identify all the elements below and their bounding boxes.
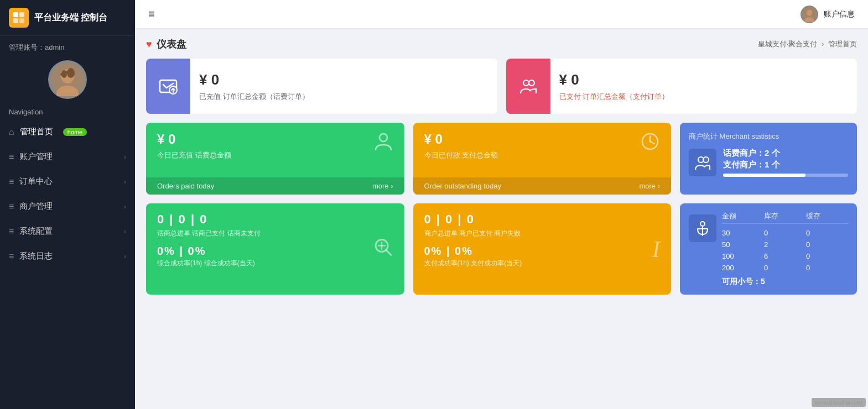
yellow-footer-more: more › (639, 182, 660, 190)
row1-cache: 0 (806, 240, 848, 249)
stat-card-paid-body: ¥ 0 已支付 订单汇总金额（支付订单） (550, 59, 678, 114)
card-yellow-payment: ¥ 0 今日已付款 支付总金额 Order outstanding today … (413, 123, 672, 195)
sidebar-item-order[interactable]: ≡ 订单中心 › (0, 169, 135, 194)
yellow-bottom-numbers: 0 | 0 | 0 (424, 212, 661, 227)
stat-card-recharge: ¥ 0 已充值 订单汇总金额（话费订单） (146, 59, 497, 114)
chevron-merchant: › (124, 203, 126, 211)
row3-amount: 200 (722, 264, 764, 272)
stat-card-paid-icon (506, 59, 550, 114)
nav-badge-home: home (63, 128, 87, 136)
anchor-icon (689, 214, 716, 242)
topbar-user-label: 账户信息 (824, 9, 855, 19)
stat-card-recharge-label: 已充值 订单汇总金额（话费订单） (199, 92, 309, 102)
svg-line-20 (650, 141, 654, 144)
row0-stock: 0 (764, 229, 806, 237)
yellow-amount: ¥ 0 (424, 132, 498, 147)
blue-stat2: 支付商户：1 个 (723, 160, 848, 170)
svg-point-16 (529, 80, 534, 86)
stat-card-paid-label: 已支付 订单汇总金额（支付订单） (559, 92, 669, 102)
row0-amount: 30 (722, 229, 764, 237)
green-bottom-labels: 话商总进单 话商已支付 话商未支付 (157, 229, 393, 238)
card-green-recharge: ¥ 0 今日已充值 话费总金额 Orders paid today more › (146, 123, 404, 195)
row3-stock: 0 (764, 264, 806, 272)
nav-section-label: Navigation (0, 102, 135, 119)
svg-point-27 (700, 222, 705, 226)
sidebar-header: 平台业务端 控制台 (0, 0, 135, 36)
page-header: ♥ 仪表盘 皇城支付·聚合支付 › 管理首页 (146, 38, 857, 51)
stat-card-recharge-icon (146, 59, 190, 114)
stat-card-recharge-amount: ¥ 0 (199, 71, 309, 88)
stat-card-paid-amount: ¥ 0 (559, 71, 669, 88)
topbar: ≡ 账户信息 (135, 0, 868, 29)
svg-rect-2 (13, 18, 18, 23)
chevron-sysconfig: › (124, 228, 126, 235)
card-yellow-footer[interactable]: Order outstanding today more › (413, 177, 672, 195)
card-blue-table: 金额 库存 缓存 30 0 0 50 2 0 100 (680, 203, 857, 295)
content-area: ♥ 仪表盘 皇城支付·聚合支付 › 管理首页 (135, 29, 868, 409)
table-row: 200 0 0 (722, 262, 848, 274)
row2-stock: 6 (764, 252, 806, 260)
breadcrumb: 皇城支付·聚合支付 › 管理首页 (758, 39, 857, 49)
bottom-row: 0 | 0 | 0 话商总进单 话商已支付 话商未支付 0% | 0% 综合成功… (146, 203, 857, 295)
watermark: www.tiaozhan.net (812, 398, 866, 407)
svg-rect-3 (19, 18, 24, 23)
sidebar-logo-icon (9, 8, 29, 28)
yellow-clock-icon (640, 132, 660, 156)
row0-cache: 0 (806, 229, 848, 237)
topbar-avatar (801, 6, 818, 23)
list-icon-order: ≡ (9, 177, 14, 187)
sidebar-item-account[interactable]: ≡ 账户管理 › (0, 144, 135, 169)
green-person-icon (373, 132, 393, 156)
svg-point-17 (380, 134, 387, 141)
sidebar-avatar (0, 55, 135, 102)
breadcrumb-item2: 管理首页 (828, 40, 857, 48)
sidebar-item-sysconfig[interactable]: ≡ 系统配置 › (0, 219, 135, 244)
breadcrumb-item1: 皇城支付·聚合支付 (758, 40, 818, 48)
sidebar: 平台业务端 控制台 管理账号：admin Navigation ⌂ 管理首页 h… (0, 0, 135, 409)
blue-progress-bar-container (723, 174, 848, 177)
sidebar-item-home[interactable]: ⌂ 管理首页 home (0, 119, 135, 144)
nav-label-order: 订单中心 (19, 176, 53, 187)
green-footer-more: more › (372, 182, 393, 190)
col-amount: 金额 (722, 211, 764, 221)
card-green-footer[interactable]: Orders paid today more › (146, 177, 404, 195)
dashboard-heart-icon: ♥ (146, 39, 152, 50)
sidebar-title: 平台业务端 控制台 (34, 12, 107, 23)
col-cache: 缓存 (806, 211, 848, 221)
green-bottom-numbers: 0 | 0 | 0 (157, 212, 393, 227)
card-blue-merchant: 商户统计 Merchant statistics 话费商户：2 个 支付商户：1… (680, 123, 857, 195)
card-yellow-body: ¥ 0 今日已付款 支付总金额 (413, 123, 672, 177)
chevron-account: › (124, 153, 126, 161)
menu-toggle-icon[interactable]: ≡ (148, 8, 155, 20)
row1-amount: 50 (722, 240, 764, 249)
yellow-bottom-percent-labels: 支付成功率(1h) 支付成功率(当天) (424, 259, 661, 268)
table-row: 50 2 0 (722, 239, 848, 250)
yellow-bottom-italic-icon: I (652, 236, 660, 263)
middle-row: ¥ 0 今日已充值 话费总金额 Orders paid today more › (146, 123, 857, 195)
green-amount: ¥ 0 (157, 132, 231, 147)
card-yellow-bottom: 0 | 0 | 0 商户总进单 商户已支付 商户失败 0% | 0% 支付成功率… (413, 203, 672, 295)
yellow-bottom-labels: 商户总进单 商户已支付 商户失败 (424, 229, 661, 238)
nav-label-account: 账户管理 (19, 151, 53, 162)
stat-card-recharge-body: ¥ 0 已充值 订单汇总金额（话费订单） (190, 59, 318, 114)
avatar-image (48, 60, 87, 99)
blue-merchant-header: 商户统计 Merchant statistics (689, 132, 848, 141)
row2-cache: 0 (806, 252, 848, 260)
sidebar-item-merchant[interactable]: ≡ 商户管理 › (0, 194, 135, 219)
breadcrumb-sep: › (822, 40, 824, 48)
green-bottom-percent-labels: 综合成功率(1h) 综合成功率(当天) (157, 259, 393, 268)
svg-rect-0 (13, 12, 18, 17)
green-footer-text: Orders paid today (157, 182, 214, 190)
row3-cache: 0 (806, 264, 848, 272)
green-bottom-percents: 0% | 0% (157, 245, 393, 258)
topbar-user[interactable]: 账户信息 (801, 6, 855, 23)
chevron-order: › (124, 178, 126, 186)
blue-merchant-row: 话费商户：2 个 支付商户：1 个 (689, 148, 848, 177)
blue-table-header: 金额 库存 缓存 (722, 211, 848, 224)
table-row: 30 0 0 (722, 227, 848, 239)
stat-row-1: ¥ 0 已充值 订单汇总金额（话费订单） ¥ 0 已支付 订单汇总金额（支付订单… (146, 59, 857, 114)
list-icon-merchant: ≡ (9, 202, 14, 212)
nav-label-home: 管理首页 (20, 127, 53, 137)
col-stock: 库存 (764, 211, 806, 221)
sidebar-item-syslog[interactable]: ≡ 系统日志 › (0, 244, 135, 269)
